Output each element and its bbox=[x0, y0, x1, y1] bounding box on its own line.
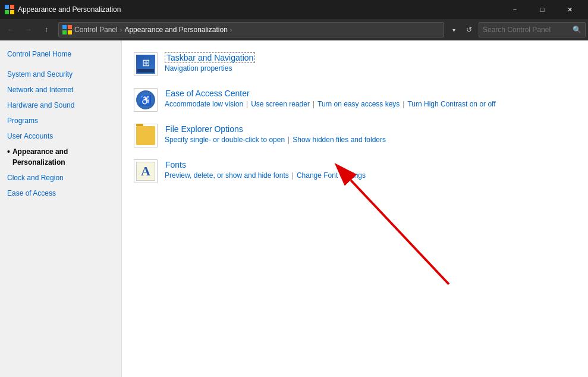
search-icon: 🔍 bbox=[573, 26, 581, 34]
window-title: Appearance and Personalization bbox=[18, 5, 501, 14]
sidebar-item-control-panel-home[interactable]: Control Panel Home bbox=[0, 46, 121, 62]
sep-2: | bbox=[313, 100, 315, 108]
show-hidden-files-link[interactable]: Show hidden files and folders bbox=[293, 136, 386, 144]
sidebar-item-network-and-internet[interactable]: Network and Internet bbox=[0, 82, 121, 98]
use-screen-reader-link[interactable]: Use screen reader bbox=[251, 100, 310, 108]
sep-1: | bbox=[246, 100, 248, 108]
turn-on-easy-access-keys-link[interactable]: Turn on easy access keys bbox=[317, 100, 400, 108]
title-bar: Appearance and Personalization − □ ✕ bbox=[0, 0, 588, 19]
fonts-icon: A bbox=[134, 159, 158, 183]
svg-rect-0 bbox=[5, 5, 9, 9]
content-area: Taskbar and Navigation Navigation proper… bbox=[122, 40, 588, 207]
preview-delete-fonts-link[interactable]: Preview, delete, or show and hide fonts bbox=[165, 171, 289, 180]
sidebar-item-appearance-and-personalization: • Appearance and Personalization bbox=[0, 144, 121, 170]
taskbar-text: Taskbar and Navigation Navigation proper… bbox=[165, 52, 576, 73]
sidebar-item-system-and-security[interactable]: System and Security bbox=[0, 67, 121, 82]
up-button[interactable]: ↑ bbox=[38, 21, 55, 38]
fonts-title[interactable]: Fonts bbox=[165, 159, 187, 170]
change-font-settings-link[interactable]: Change Font Settings bbox=[297, 171, 366, 180]
sidebar: Control Panel Home System and Security N… bbox=[0, 40, 122, 377]
sidebar-item-ease-of-access[interactable]: Ease of Access bbox=[0, 186, 121, 201]
breadcrumb-bar: Control Panel › Appearance and Personali… bbox=[58, 22, 444, 37]
taskbar-icon bbox=[134, 52, 158, 76]
search-input[interactable] bbox=[483, 26, 573, 34]
file-explorer-icon bbox=[134, 124, 158, 147]
navigation-properties-link[interactable]: Navigation properties bbox=[165, 64, 232, 73]
file-explorer-text: File Explorer Options Specify single- or… bbox=[165, 124, 576, 144]
navigation-bar: ← → ↑ Control Panel › Appearance and Per… bbox=[0, 19, 588, 40]
taskbar-title[interactable]: Taskbar and Navigation bbox=[165, 52, 255, 63]
fonts-text: Fonts Preview, delete, or show and hide … bbox=[165, 159, 576, 180]
minimize-button[interactable]: − bbox=[501, 0, 529, 19]
sidebar-item-programs[interactable]: Programs bbox=[0, 113, 121, 128]
window-controls: − □ ✕ bbox=[501, 0, 583, 19]
sidebar-item-label: Appearance and Personalization bbox=[12, 146, 114, 168]
breadcrumb-sep-1: › bbox=[120, 26, 122, 33]
breadcrumb-current: Appearance and Personalization bbox=[124, 26, 227, 34]
category-file-explorer: File Explorer Options Specify single- or… bbox=[134, 124, 576, 147]
sep-3: | bbox=[403, 100, 404, 108]
single-double-click-link[interactable]: Specify single- or double-click to open bbox=[165, 136, 285, 144]
taskbar-links: Navigation properties bbox=[165, 64, 576, 73]
svg-rect-2 bbox=[5, 10, 9, 14]
svg-rect-7 bbox=[68, 30, 72, 34]
sep-5: | bbox=[292, 171, 294, 180]
refresh-button[interactable]: ↺ bbox=[461, 21, 477, 38]
svg-rect-4 bbox=[62, 25, 67, 29]
breadcrumb-sep-2: › bbox=[230, 26, 232, 33]
ease-of-access-title[interactable]: Ease of Access Center bbox=[165, 88, 250, 99]
fonts-icon-inner: A bbox=[136, 162, 155, 181]
taskbar-icon-inner bbox=[136, 55, 155, 74]
svg-rect-1 bbox=[10, 5, 14, 9]
svg-rect-6 bbox=[62, 30, 67, 34]
back-button[interactable]: ← bbox=[2, 21, 19, 38]
category-ease-of-access: ♿ Ease of Access Center Accommodate low … bbox=[134, 88, 576, 112]
sidebar-item-clock-and-region[interactable]: Clock and Region bbox=[0, 170, 121, 186]
ease-of-access-text: Ease of Access Center Accommodate low vi… bbox=[165, 88, 576, 108]
svg-rect-3 bbox=[10, 10, 14, 14]
svg-rect-5 bbox=[68, 25, 72, 29]
ease-of-access-icon: ♿ bbox=[134, 88, 158, 112]
file-explorer-title[interactable]: File Explorer Options bbox=[165, 124, 244, 134]
sep-4: | bbox=[288, 136, 290, 144]
breadcrumb-dropdown-button[interactable]: ▾ bbox=[448, 22, 460, 37]
category-fonts: A Fonts Preview, delete, or show and hid… bbox=[134, 159, 576, 183]
category-taskbar: Taskbar and Navigation Navigation proper… bbox=[134, 52, 576, 76]
close-button[interactable]: ✕ bbox=[556, 0, 583, 19]
file-explorer-icon-inner bbox=[136, 126, 155, 145]
sidebar-item-hardware-and-sound[interactable]: Hardware and Sound bbox=[0, 98, 121, 113]
fonts-links: Preview, delete, or show and hide fonts … bbox=[165, 171, 576, 180]
maximize-button[interactable]: □ bbox=[529, 0, 556, 19]
forward-button[interactable]: → bbox=[20, 21, 37, 38]
main-area: Control Panel Home System and Security N… bbox=[0, 40, 588, 377]
sidebar-item-user-accounts[interactable]: User Accounts bbox=[0, 128, 121, 144]
search-box: 🔍 bbox=[479, 22, 586, 37]
app-icon bbox=[5, 5, 14, 14]
ease-of-access-icon-inner: ♿ bbox=[136, 90, 155, 109]
turn-high-contrast-link[interactable]: Turn High Contrast on or off bbox=[407, 100, 495, 108]
ease-of-access-links: Accommodate low vision | Use screen read… bbox=[165, 100, 576, 108]
accommodate-low-vision-link[interactable]: Accommodate low vision bbox=[165, 100, 243, 108]
active-bullet: • bbox=[7, 146, 10, 157]
file-explorer-links: Specify single- or double-click to open … bbox=[165, 136, 576, 144]
nav-right-controls: ▾ ↺ bbox=[448, 21, 477, 38]
breadcrumb-control-panel[interactable]: Control Panel bbox=[74, 26, 118, 34]
